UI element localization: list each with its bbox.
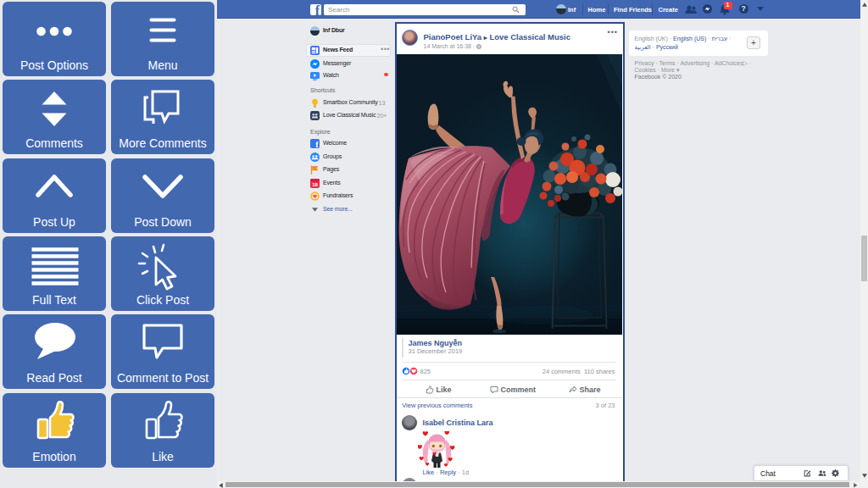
svg-text:18: 18: [312, 182, 318, 187]
